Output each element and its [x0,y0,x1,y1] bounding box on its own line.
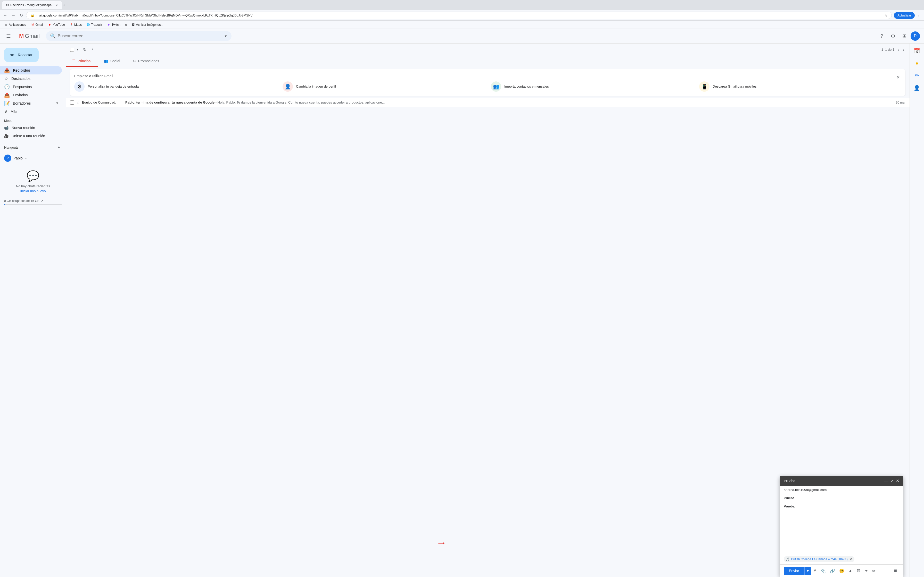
sidebar-item-pospuestos[interactable]: 🕐 Pospuestos [0,83,62,91]
format-text-button[interactable]: A [812,567,818,574]
bookmark-n[interactable]: n [123,22,129,27]
refresh-button[interactable]: ↻ [81,45,88,53]
storage-label: 0 GB ocupados de 15 GB [4,199,39,203]
more-options-button[interactable]: ⋮ [916,12,922,19]
gs-item-profile-pic[interactable]: 👤 Cambia la imagen de perfil [283,81,485,92]
email-star-button[interactable]: ☆ [76,100,80,105]
back-button[interactable]: ← [2,12,8,19]
star-icon[interactable]: ☆ [884,13,887,17]
gs-item-mobile[interactable]: 📱 Descarga Gmail para móviles [699,81,901,92]
insert-signature-button[interactable]: ✒ [863,567,870,574]
bookmark-achicar[interactable]: 🖼 Achicar Imágenes... [129,22,165,27]
more-compose-options-button[interactable]: ⋮ [884,567,892,574]
compose-header[interactable]: Prueba — ⤢ ✕ [780,476,903,486]
attach-file-button[interactable]: 📎 [819,567,827,574]
select-dropdown-btn[interactable]: ▼ [75,47,81,53]
storage-fill [4,204,5,205]
tab-promociones[interactable]: 🏷 Promociones [126,56,165,67]
right-sidebar-calendar-icon[interactable]: 📅 [912,45,922,56]
apps-grid-button[interactable]: ⊞ [899,31,909,41]
compose-close-button[interactable]: ✕ [896,478,899,483]
compose-minimize-button[interactable]: — [884,478,888,483]
bookmark-twitch[interactable]: ◆ Twitch [105,22,123,27]
drafts-icon: 📝 [4,100,10,106]
profile-button[interactable]: P [911,31,920,41]
sidebar-item-label: Destacados [11,76,31,81]
delete-draft-button[interactable]: 🗑 [892,567,899,574]
bookmark-maps[interactable]: 📍 Maps [68,22,84,27]
close-banner-button[interactable]: ✕ [895,73,901,81]
search-bar[interactable]: 🔍 ▼ [46,31,231,41]
help-button[interactable]: ? [877,31,887,41]
insert-pen-button[interactable]: ✏ [871,567,877,574]
insert-drive-button[interactable]: ▲ [847,567,854,574]
bookmark-aplicaciones[interactable]: ⊞ Aplicaciones [2,22,28,27]
compose-tools-right: ⋮ 🗑 [884,567,899,574]
drafts-badge: 3 [56,102,58,105]
tab-bar: ✉ Recibidos - rodriguezgadeapa... ✕ + [2,1,65,9]
search-input[interactable] [58,34,222,39]
compose-button[interactable]: ✏ Redactar [4,48,39,62]
attachment-link[interactable]: British College La Cañada 4.m4a (104 K) [791,558,848,561]
compose-body[interactable]: Prueba [780,502,903,554]
forward-button[interactable]: → [10,12,16,19]
sidebar-item-destacados[interactable]: ☆ Destacados [0,74,62,83]
insert-photo-button[interactable]: 🖼 [855,567,862,574]
right-sidebar-keep-icon[interactable]: ✏ [912,70,922,81]
sidebar-item-enviados[interactable]: 📤 Enviados [0,91,62,99]
sidebar-item-unirse-reunion[interactable]: 🎥 Unirse a una reunión [0,132,66,140]
send-button[interactable]: Enviar [784,567,804,575]
translate-icon: 🌐 [86,23,90,27]
start-chat-link[interactable]: Iniciar uno nuevo [20,189,46,193]
bookmark-gmail[interactable]: M Gmail [29,22,45,27]
table-row[interactable]: ☆ Equipo de Comunidad. Pablo, termina de… [66,98,909,107]
search-dropdown-icon[interactable]: ▼ [224,34,228,38]
hangouts-user[interactable]: P Pablo ▼ [4,153,62,164]
new-tab-button[interactable]: + [63,3,65,8]
settings-button[interactable]: ⚙ [888,31,898,41]
inbox-tabs: ☰ Principal 👥 Social 🏷 Promociones [66,56,909,67]
sidebar-item-recibidos[interactable]: 📥 Recibidos [0,66,62,74]
compose-attachment-area: 🎵 British College La Cañada 4.m4a (104 K… [780,554,903,564]
insert-link-button[interactable]: 🔗 [828,567,837,574]
sidebar-item-borradores[interactable]: 📝 Borradores 3 [0,99,62,107]
update-button[interactable]: Actualizar [894,12,915,19]
bookmark-label: Gmail [36,23,43,27]
reload-button[interactable]: ↻ [19,12,24,19]
tab-principal[interactable]: ☰ Principal [66,56,98,67]
add-hangout-button[interactable]: + [56,144,62,150]
sidebar-item-mas[interactable]: ∨ Más [0,107,62,116]
email-checkbox[interactable] [70,100,74,105]
header-icons: ? ⚙ ⊞ P [877,31,920,41]
gs-item-import[interactable]: 👥 Importa contactos y mensajes [491,81,693,92]
video-icon: 📹 [4,126,8,130]
compose-expand-button[interactable]: ⤢ [890,478,894,483]
right-sidebar-contacts-icon[interactable]: 👤 [912,83,922,93]
gs-item-personalize[interactable]: ⚙ Personaliza tu bandeja de entrada [74,81,276,92]
menu-button[interactable]: ☰ [4,31,13,41]
next-page-button[interactable]: › [902,47,905,53]
bookmark-label: Achicar Imágenes... [136,23,163,27]
attachment-remove-button[interactable]: ✕ [849,557,852,561]
bookmark-youtube[interactable]: ▶ YouTube [46,22,67,27]
storage-link-icon[interactable]: ↗ [40,199,43,203]
active-tab[interactable]: ✉ Recibidos - rodriguezgadeapa... ✕ [2,1,62,9]
tab-social[interactable]: 👥 Social [98,56,126,67]
address-bar[interactable]: 🔒 mail.google.com/mail/u/0/?tab=rm&ogbl#… [26,11,892,19]
gmail-logo: M Gmail [15,33,44,39]
more-toolbar-btn[interactable]: ⋮ [89,45,96,53]
browser-chrome: ✉ Recibidos - rodriguezgadeapa... ✕ + [0,0,924,10]
url-text: mail.google.com/mail/u/0/?tab=rm&ogbl#in… [37,14,882,17]
insert-emoji-button[interactable]: 😊 [838,567,846,574]
sidebar-item-nueva-reunion[interactable]: 📹 Nueva reunión [0,124,66,132]
right-sidebar-tasks-icon[interactable]: ● [912,58,922,68]
send-dropdown-button[interactable]: ▼ [804,567,811,575]
select-all-checkbox[interactable] [70,48,74,52]
toolbar-actions: Actualizar ⋮ [894,12,922,19]
bookmark-traducir[interactable]: 🌐 Traducir [84,22,104,27]
prev-page-button[interactable]: ‹ [897,47,900,53]
tab-close-btn[interactable]: ✕ [56,4,58,7]
sidebar-item-label: Recibidos [13,68,30,73]
bookmark-label: YouTube [53,23,65,27]
meet-item-label: Unirse a una reunión [11,134,45,138]
